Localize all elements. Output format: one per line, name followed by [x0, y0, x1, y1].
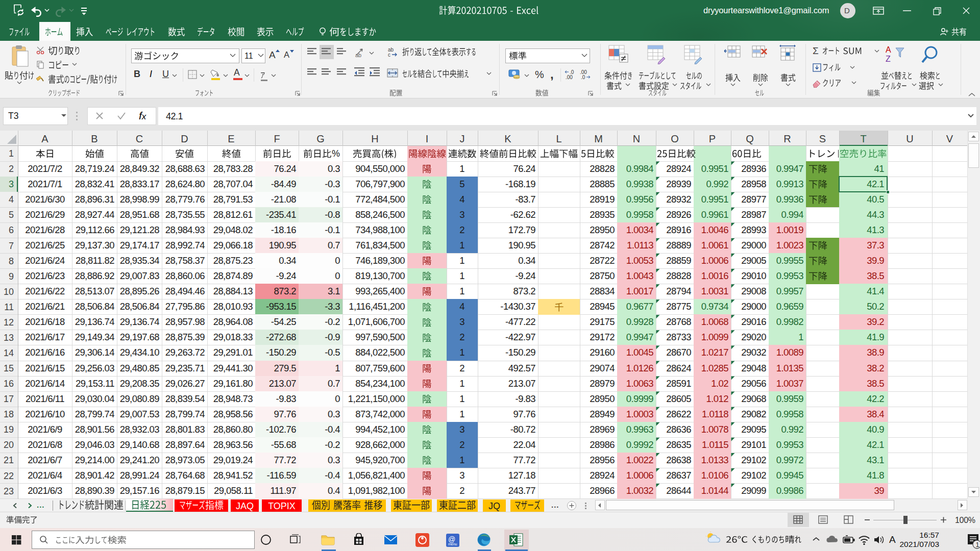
- svg-text:ab: ab: [355, 52, 361, 58]
- svg-text:Z: Z: [886, 55, 891, 63]
- svg-text:Σ: Σ: [813, 46, 819, 56]
- svg-text:A: A: [886, 45, 891, 54]
- svg-text:c: c: [388, 52, 390, 57]
- svg-text:.00: .00: [566, 74, 573, 80]
- svg-text:.0: .0: [581, 74, 585, 80]
- svg-text:1: 1: [976, 541, 979, 548]
- svg-text:menu: menu: [448, 542, 457, 546]
